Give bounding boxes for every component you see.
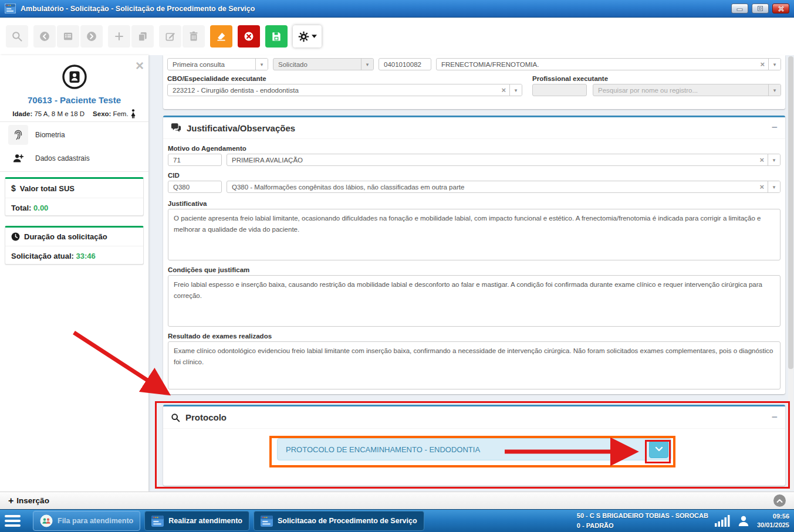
clock-icon [11, 232, 20, 241]
clear-icon[interactable]: × [756, 182, 768, 191]
total-value: 0.00 [33, 204, 48, 212]
maximize-button[interactable] [752, 4, 769, 13]
resultado-textarea[interactable] [168, 341, 781, 389]
profissional-placeholder: Pesquisar por nome ou registro... [593, 87, 768, 94]
valor-card-title: Valor total SUS [20, 184, 75, 193]
motivo-label: Motivo do Agendamento [168, 145, 781, 152]
insert-bar-label: Inserção [16, 496, 49, 505]
edit-button[interactable] [159, 25, 181, 48]
signal-bars-icon[interactable] [715, 515, 730, 527]
chevron-down-icon[interactable]: ▾ [768, 84, 781, 96]
chevron-down-icon[interactable]: ▾ [768, 59, 781, 70]
list-button[interactable] [57, 25, 79, 48]
scrollbar-thumb[interactable] [788, 56, 793, 369]
procedure-form-panel: Primeira consulta ▾ Solicitado ▾ FRENECT… [163, 55, 785, 109]
chevron-down-icon[interactable]: ▾ [509, 84, 522, 96]
condicoes-textarea[interactable] [168, 275, 781, 327]
procedure-name-combo[interactable]: FRENECTOMIA/FRENOTOMIA. × ▾ [436, 58, 781, 70]
cid-combo[interactable]: Q380 - Malformações congênitas dos lábio… [227, 181, 781, 193]
cancel-circle-icon [243, 31, 255, 42]
resultado-label: Resultado de exames realizados [168, 333, 781, 340]
close-button[interactable] [772, 4, 789, 13]
sidebar-item-dados-cadastrais[interactable]: Dados cadastrais [8, 148, 90, 168]
profissional-label: Profissional executante [532, 75, 781, 82]
chevron-up-icon [776, 499, 783, 503]
clear-icon[interactable]: × [498, 86, 509, 94]
previous-button[interactable] [33, 25, 56, 48]
clear-form-button[interactable] [210, 25, 232, 48]
divider [0, 121, 148, 122]
protocolo-dropdown-button[interactable] [649, 440, 668, 458]
chevron-down-icon[interactable]: ▾ [768, 181, 780, 192]
collapse-icon[interactable]: − [772, 122, 778, 134]
patient-sidebar: × 70613 - Paciente Teste Idade: 75 A, 8 … [0, 55, 148, 492]
profissional-select[interactable]: Pesquisar por nome ou registro... ▾ [593, 84, 781, 96]
insert-status-bar: + Inserção [0, 492, 794, 509]
window-controls [731, 4, 789, 13]
procedure-code-input[interactable] [379, 58, 431, 70]
cid-desc-value: Q380 - Malformações congênitas dos lábio… [227, 184, 756, 191]
tipo-consulta-select[interactable]: Primeira consulta ▾ [167, 58, 268, 70]
chevron-down-icon[interactable]: ▾ [361, 59, 373, 70]
condicoes-label: Condições que justificam [168, 266, 781, 273]
motivo-code-input[interactable] [168, 154, 222, 166]
clear-icon[interactable]: × [756, 155, 768, 164]
task-fila-para-atendimento[interactable]: Fila para atendimento [33, 511, 140, 531]
vertical-scrollbar[interactable] [788, 56, 793, 490]
cid-code-input[interactable] [168, 181, 222, 193]
procedure-name-value: FRENECTOMIA/FRENOTOMIA. [437, 61, 756, 68]
sidebar-item-label: Dados cadastrais [35, 154, 90, 162]
settings-menu-button[interactable] [293, 25, 322, 48]
trash-icon [188, 31, 200, 42]
task-solicitacao-procedimento[interactable]: Solicitacao de Procedimento de Serviço [254, 511, 424, 531]
task-label: Solicitacao de Procedimento de Serviço [278, 517, 417, 525]
clear-icon[interactable]: × [756, 60, 768, 69]
arrow-right-circle-icon [86, 31, 97, 42]
protocolo-panel: Protocolo − PROTOCOLO DE ENCAMINHAMENTO … [163, 405, 785, 486]
duracao-card: Duração da solicitação Solicitação atual… [5, 226, 144, 265]
delete-button[interactable] [183, 25, 205, 48]
eraser-icon [215, 31, 227, 42]
chevron-down-icon[interactable]: ▾ [768, 154, 780, 165]
valor-total-card: $Valor total SUS Total: 0.00 [5, 177, 144, 216]
protocolo-item[interactable]: PROTOCOLO DE ENCAMINHAMENTO - ENDODONTIA [277, 438, 671, 460]
patient-name[interactable]: 70613 - Paciente Teste [0, 95, 148, 105]
motivo-desc-value: PRIMEIRA AVALIAÇÃO [227, 157, 756, 164]
motivo-combo[interactable]: PRIMEIRA AVALIAÇÃO × ▾ [227, 154, 781, 166]
solicitacao-atual-value: 33:46 [76, 252, 96, 260]
copy-button[interactable] [131, 25, 154, 48]
patient-avatar [0, 63, 148, 90]
save-button[interactable] [265, 25, 288, 48]
menu-hamburger-icon[interactable] [5, 515, 21, 527]
justificativa-textarea[interactable] [168, 209, 781, 260]
next-button[interactable] [80, 25, 103, 48]
cbo-combo[interactable]: 223212 - Cirurgião dentista - endodontis… [167, 84, 522, 96]
cbo-value: 223212 - Cirurgião dentista - endodontis… [168, 87, 498, 94]
add-button[interactable] [108, 25, 130, 48]
chevron-down-icon [655, 446, 663, 452]
search-button[interactable] [6, 25, 28, 48]
status-value: Solicitado [273, 61, 361, 68]
status-select[interactable]: Solicitado ▾ [273, 58, 374, 70]
sidebar-item-biometria[interactable]: Biometria [8, 125, 65, 145]
date-value: 30/01/2025 [757, 521, 789, 530]
chevron-down-icon[interactable]: ▾ [255, 59, 268, 70]
age-label: Idade: [12, 110, 32, 117]
task-realizar-atendimento[interactable]: Realizar atendimento [144, 511, 249, 531]
duracao-card-title: Duração da solicitação [24, 232, 107, 241]
collapse-icon[interactable]: − [772, 412, 778, 423]
profissional-code-input[interactable] [532, 84, 587, 96]
justificativa-label: Justificativa [168, 200, 781, 207]
protocolo-item-label: PROTOCOLO DE ENCAMINHAMENTO - ENDODONTIA [286, 445, 480, 454]
cancel-button[interactable] [238, 25, 260, 48]
minimize-button[interactable] [731, 4, 748, 13]
arrow-left-circle-icon [39, 31, 50, 42]
solicitacao-atual-label: Solicitação atual: [11, 252, 74, 260]
taskbar: Fila para atendimento Realizar atendimen… [0, 509, 794, 532]
user-icon[interactable] [736, 514, 751, 528]
queue-people-icon [40, 514, 53, 527]
caret-down-icon [312, 35, 317, 38]
patient-meta: Idade: 75 A, 8 M e 18 D Sexo: Fem. [0, 109, 148, 118]
cid-label: CID [168, 172, 781, 179]
collapse-up-button[interactable] [773, 494, 786, 507]
